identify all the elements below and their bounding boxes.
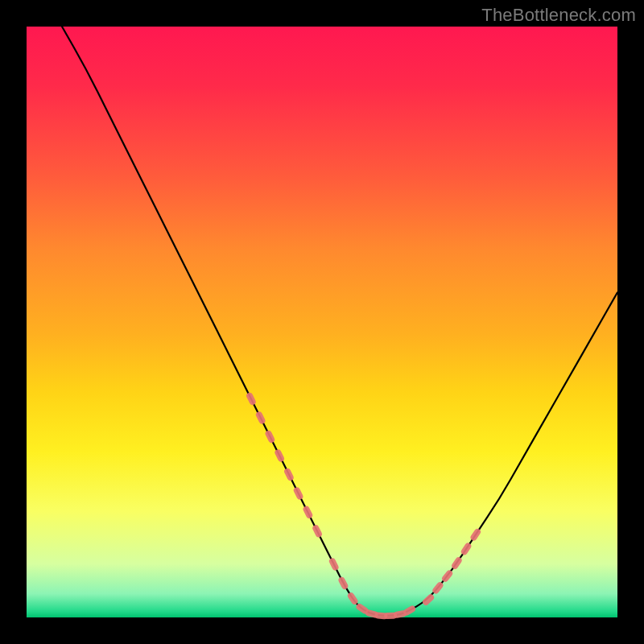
highlight-markers xyxy=(246,391,482,619)
valley-floor-markers xyxy=(328,557,340,572)
left-descent-markers xyxy=(246,391,257,406)
left-descent-markers xyxy=(255,411,266,425)
left-descent-markers xyxy=(292,486,303,501)
left-descent-markers xyxy=(302,505,313,519)
valley-floor-markers xyxy=(337,576,349,590)
app-frame: TheBottleneck.com xyxy=(0,0,644,644)
bottleneck-chart xyxy=(27,27,617,617)
watermark-text: TheBottleneck.com xyxy=(481,5,636,26)
left-descent-markers xyxy=(312,524,323,539)
left-descent-markers xyxy=(264,429,275,444)
left-descent-markers xyxy=(283,467,295,481)
bottleneck-curve-line xyxy=(62,27,617,616)
left-descent-markers xyxy=(274,448,285,463)
plot-area xyxy=(27,27,617,617)
right-ascent-markers xyxy=(421,593,435,607)
